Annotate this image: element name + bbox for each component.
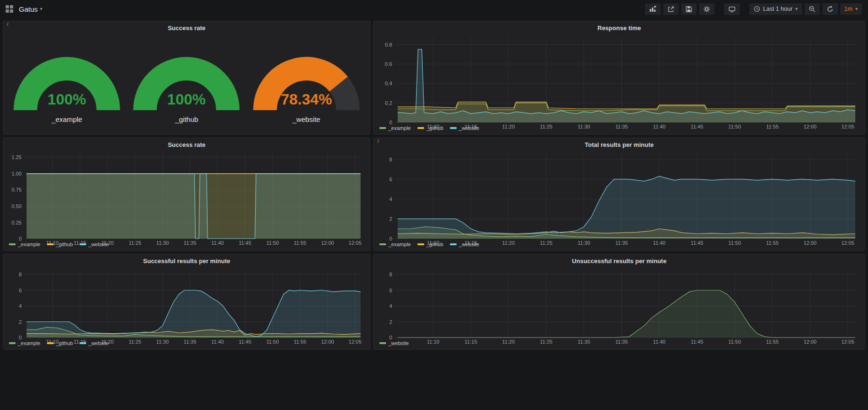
legend-series-swatch: [379, 127, 386, 129]
add-panel-icon: [649, 5, 657, 13]
legend-series-swatch: [418, 243, 424, 245]
cycle-view-mode-button[interactable]: [723, 3, 740, 16]
panel-title-response-time[interactable]: Response time: [378, 21, 861, 33]
legend-item-_example[interactable]: _example: [9, 340, 40, 346]
gauge-_github: 100%_github: [127, 42, 246, 123]
panel-title-total-results[interactable]: Total results per minute: [378, 138, 861, 150]
time-range-label: Last 1 hour: [763, 6, 793, 12]
save-dashboard-button[interactable]: [681, 3, 697, 16]
gauge-_example: 100%_example: [8, 42, 126, 123]
chart-unsuccessful-results[interactable]: 11:1011:1511:2011:2511:3011:3511:4011:45…: [378, 266, 861, 340]
panel-unsuccessful-results: Unsuccessful results per minute 11:1011:…: [373, 254, 865, 350]
legend-item-_example[interactable]: _example: [379, 125, 411, 131]
gauge-arc: 78.34%: [247, 42, 366, 114]
navbar-actions: Last 1 hour ▾ 1m ▾: [644, 3, 862, 16]
chart-canvas[interactable]: 11:1011:1511:2011:2511:3011:3511:4011:45…: [7, 150, 366, 247]
svg-text:8: 8: [389, 272, 392, 277]
gear-icon: [703, 6, 710, 13]
legend-series-swatch: [9, 342, 16, 344]
legend-item-_github[interactable]: _github: [47, 340, 73, 346]
chart-success-rate[interactable]: 11:1011:1511:2011:2511:3011:3511:4011:45…: [7, 150, 366, 241]
caret-down-icon: ▾: [796, 7, 798, 11]
svg-text:6: 6: [389, 288, 392, 293]
add-panel-button[interactable]: [644, 3, 661, 16]
legend-item-_example[interactable]: _example: [379, 241, 411, 247]
svg-text:0.2: 0.2: [385, 100, 392, 106]
clock-icon: [754, 6, 760, 12]
chart-canvas[interactable]: 11:1011:1511:2011:2511:3011:3511:4011:45…: [378, 150, 861, 247]
panel-title-success-rate-graph[interactable]: Success rate: [7, 138, 366, 150]
panel-response-time: Response time 11:1011:1511:2011:2511:301…: [373, 21, 865, 135]
chart-canvas[interactable]: 11:1011:1511:2011:2511:3011:3511:4011:45…: [378, 33, 861, 130]
legend-item-_github[interactable]: _github: [47, 241, 73, 247]
svg-text:8: 8: [389, 157, 392, 162]
gauge-label: _example: [52, 115, 82, 123]
legend-item-_github[interactable]: _github: [418, 241, 443, 247]
legend-item-_website[interactable]: _website: [80, 340, 109, 346]
panel-successful-results: Successful results per minute 11:1011:15…: [3, 254, 370, 350]
chart-canvas[interactable]: 11:1011:1511:2011:2511:3011:3511:4011:45…: [7, 266, 366, 346]
chart-total-results[interactable]: 11:1011:1511:2011:2511:3011:3511:4011:45…: [378, 150, 861, 241]
save-icon: [685, 6, 692, 13]
refresh-button[interactable]: [822, 3, 838, 16]
dashboard-title-dropdown[interactable]: Gatus ▾: [19, 5, 42, 13]
legend-item-_website[interactable]: _website: [379, 340, 409, 346]
svg-text:2: 2: [389, 216, 392, 222]
chart-response-time[interactable]: 11:1011:1511:2011:2511:3011:3511:4011:45…: [378, 33, 861, 125]
gauge-row: 100%_example100%_github78.34%_website: [7, 33, 366, 133]
svg-text:6: 6: [389, 177, 392, 182]
svg-text:6: 6: [19, 288, 22, 293]
svg-text:4: 4: [389, 303, 392, 309]
gauge-value: 100%: [168, 91, 206, 108]
panel-info-icon[interactable]: i: [5, 22, 10, 27]
legend-series-swatch: [450, 243, 457, 245]
navbar-left: Gatus ▾: [6, 5, 42, 13]
grafana-menu-icon[interactable]: [6, 5, 13, 13]
legend-item-_example[interactable]: _example: [9, 241, 40, 247]
legend-series-swatch: [418, 127, 424, 129]
gauge-_website: 78.34%_website: [247, 42, 366, 123]
chart-successful-results[interactable]: 11:1011:1511:2011:2511:3011:3511:4011:45…: [7, 266, 366, 340]
legend-item-_website[interactable]: _website: [450, 125, 479, 131]
panel-success-rate-graph: Success rate 11:1011:1511:2011:2511:3011…: [3, 137, 370, 251]
refresh-icon: [827, 6, 834, 13]
zoom-out-icon: [809, 6, 816, 13]
legend-item-_website[interactable]: _website: [450, 241, 479, 247]
gauge-value: 100%: [48, 91, 86, 108]
svg-text:1.25: 1.25: [12, 154, 22, 160]
legend-series-swatch: [379, 243, 386, 245]
chart-legend: _example_github_website: [7, 241, 366, 249]
refresh-interval-dropdown[interactable]: 1m ▾: [840, 3, 862, 16]
chart-legend: _example_github_website: [378, 241, 861, 249]
panel-total-results: i Total results per minute 11:1011:1511:…: [373, 137, 865, 251]
legend-series-swatch: [47, 342, 54, 344]
svg-text:2: 2: [19, 319, 22, 325]
share-icon: [667, 6, 675, 13]
share-dashboard-button[interactable]: [663, 3, 679, 16]
gauge-label: _website: [292, 115, 320, 123]
dashboard-title: Gatus: [19, 5, 38, 13]
chart-legend: _example_github_website: [378, 125, 861, 133]
panel-title-success-rate-gauges[interactable]: Success rate: [7, 21, 366, 33]
legend-series-swatch: [47, 243, 54, 245]
svg-text:0.75: 0.75: [12, 187, 22, 193]
chart-canvas[interactable]: 11:1011:1511:2011:2511:3011:3511:4011:45…: [378, 266, 861, 346]
panel-info-icon[interactable]: i: [375, 138, 381, 144]
refresh-interval-label: 1m: [844, 6, 852, 12]
legend-series-swatch: [450, 127, 457, 129]
panel-success-rate-gauges: i Success rate 100%_example100%_github78…: [3, 21, 370, 135]
caret-down-icon: ▾: [855, 7, 858, 11]
dashboard-settings-button[interactable]: [699, 3, 715, 16]
time-range-picker[interactable]: Last 1 hour ▾: [749, 3, 803, 16]
gauge-value: 78.34%: [281, 91, 332, 108]
panel-title-unsuccessful-results[interactable]: Unsuccessful results per minute: [378, 254, 861, 266]
panel-title-successful-results[interactable]: Successful results per minute: [7, 254, 366, 266]
svg-text:0.25: 0.25: [12, 220, 22, 225]
zoom-out-button[interactable]: [804, 3, 820, 16]
svg-text:2: 2: [389, 319, 392, 325]
gauge-label: _github: [175, 115, 198, 123]
legend-item-_website[interactable]: _website: [80, 241, 109, 247]
legend-item-_github[interactable]: _github: [418, 125, 443, 131]
caret-down-icon: ▾: [40, 7, 42, 11]
svg-text:1.00: 1.00: [12, 171, 22, 177]
